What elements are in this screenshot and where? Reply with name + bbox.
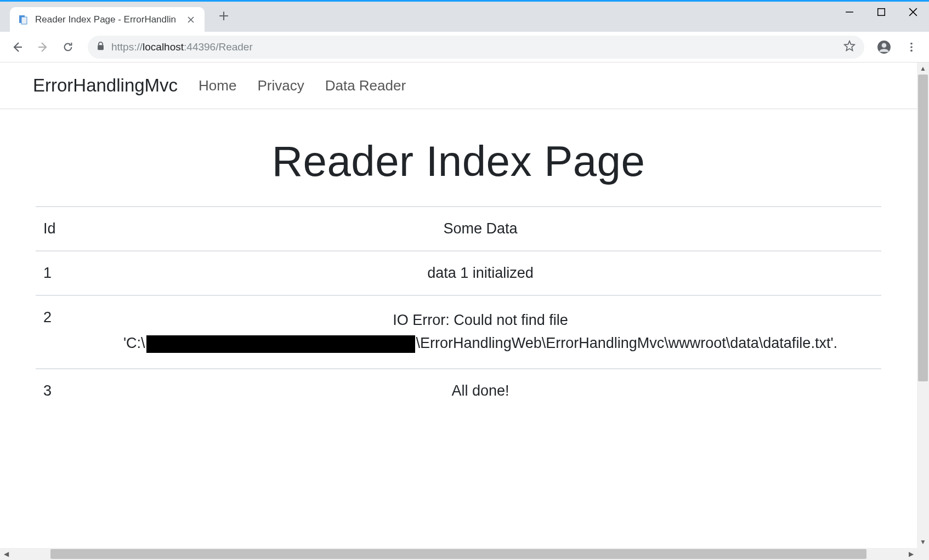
address-bar[interactable]: https://localhost:44396/Reader <box>88 36 864 59</box>
new-tab-button[interactable] <box>216 8 232 24</box>
svg-rect-2 <box>878 9 885 16</box>
scroll-down-arrow[interactable]: ▼ <box>917 536 929 548</box>
cell-id: 2 <box>36 295 80 369</box>
toolbar-right <box>873 36 922 58</box>
nav-link-privacy[interactable]: Privacy <box>257 77 304 94</box>
svg-rect-1 <box>21 17 27 24</box>
cell-data: All done! <box>80 369 881 413</box>
scroll-up-arrow[interactable]: ▲ <box>917 62 929 75</box>
vertical-scroll-thumb[interactable] <box>918 75 928 381</box>
tab-close-button[interactable] <box>186 15 196 25</box>
rendered-page: ErrorHandlingMvc Home Privacy Data Reade… <box>0 62 917 435</box>
url-path: /Reader <box>216 41 253 53</box>
lock-icon <box>97 41 105 53</box>
bookmark-star-button[interactable] <box>843 40 856 54</box>
url-host: localhost <box>143 41 184 53</box>
vertical-scroll-track[interactable] <box>917 75 929 536</box>
reload-button[interactable] <box>57 36 79 58</box>
svg-point-8 <box>910 49 913 52</box>
forward-button[interactable] <box>32 36 54 58</box>
svg-point-5 <box>882 43 887 48</box>
redacted-path-segment <box>146 335 415 353</box>
url-scheme: https:// <box>111 41 143 53</box>
col-header-data: Some Data <box>80 207 881 251</box>
cell-data: data 1 initialized <box>80 251 881 295</box>
scroll-left-arrow[interactable]: ◀ <box>0 548 12 560</box>
page-container: Reader Index Page Id Some Data 1 data 1 … <box>0 109 917 435</box>
col-header-id: Id <box>36 207 80 251</box>
window-minimize-button[interactable] <box>834 2 865 22</box>
browser-tab[interactable]: Reader Index Page - ErrorHandlin <box>10 7 205 32</box>
url-port: :44396 <box>184 41 216 53</box>
svg-rect-3 <box>98 45 104 50</box>
url-text: https://localhost:44396/Reader <box>111 41 253 53</box>
scrollbar-corner <box>917 548 929 560</box>
table-row: 3 All done! <box>36 369 881 413</box>
page-viewport: ErrorHandlingMvc Home Privacy Data Reade… <box>0 62 917 548</box>
cell-id: 3 <box>36 369 80 413</box>
svg-point-6 <box>910 42 913 44</box>
table-row: 2 IO Error: Could not find file 'C:\\Err… <box>36 295 881 369</box>
window-close-button[interactable] <box>897 2 929 22</box>
error-path-prefix: 'C:\ <box>123 335 145 351</box>
profile-button[interactable] <box>873 36 895 58</box>
horizontal-scroll-thumb[interactable] <box>50 549 866 559</box>
svg-point-7 <box>910 46 913 48</box>
page-favicon <box>18 14 29 25</box>
viewport-row: ErrorHandlingMvc Home Privacy Data Reade… <box>0 62 929 548</box>
table-header-row: Id Some Data <box>36 207 881 251</box>
browser-toolbar: https://localhost:44396/Reader <box>0 32 929 62</box>
window-controls <box>834 2 929 26</box>
table-row: 1 data 1 initialized <box>36 251 881 295</box>
cell-id: 1 <box>36 251 80 295</box>
horizontal-scrollbar[interactable]: ◀ ▶ <box>0 548 917 560</box>
horizontal-scroll-track[interactable] <box>12 548 905 560</box>
scroll-right-arrow[interactable]: ▶ <box>905 548 917 560</box>
tab-title: Reader Index Page - ErrorHandlin <box>35 14 176 25</box>
browser-window: Reader Index Page - ErrorHandlin <box>0 0 929 560</box>
site-brand[interactable]: ErrorHandlingMvc <box>33 75 178 96</box>
titlebar: Reader Index Page - ErrorHandlin <box>0 2 929 32</box>
cell-data: IO Error: Could not find file 'C:\\Error… <box>80 295 881 369</box>
nav-link-data-reader[interactable]: Data Reader <box>325 77 406 94</box>
back-button[interactable] <box>7 36 29 58</box>
menu-button[interactable] <box>900 36 922 58</box>
data-table: Id Some Data 1 data 1 initialized 2 <box>36 206 881 413</box>
error-path-suffix: \ErrorHandlingWeb\ErrorHandlingMvc\wwwro… <box>416 335 837 351</box>
page-title: Reader Index Page <box>36 136 881 186</box>
site-navbar: ErrorHandlingMvc Home Privacy Data Reade… <box>0 62 917 109</box>
vertical-scrollbar[interactable]: ▲ ▼ <box>917 62 929 548</box>
nav-link-home[interactable]: Home <box>199 77 236 94</box>
error-line-1: IO Error: Could not find file <box>393 312 568 328</box>
window-maximize-button[interactable] <box>865 2 897 22</box>
